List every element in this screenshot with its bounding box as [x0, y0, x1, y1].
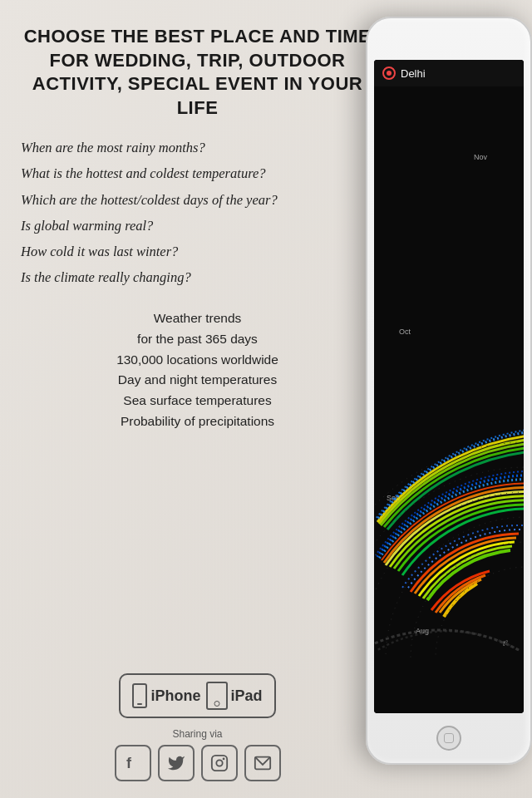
badge-section: iPhone iPad Sharing via f — [21, 673, 374, 781]
question-5: How cold it was last winter? — [21, 242, 374, 261]
city-indicator-icon — [382, 66, 396, 80]
radial-chart: Nov Oct Sep Aug — [374, 93, 524, 713]
iphone-label: iPhone — [150, 687, 200, 705]
screen-header: Delhi — [374, 60, 524, 86]
social-icons-row: f — [115, 745, 281, 781]
feature-2: for the past 365 days — [21, 329, 374, 350]
ipad-device-icon — [206, 682, 228, 710]
ipad-label: iPad — [231, 687, 263, 705]
features-section: Weather trends for the past 365 days 130… — [21, 308, 374, 432]
city-name: Delhi — [401, 67, 426, 80]
ipad-badge: iPad — [206, 682, 263, 710]
question-1: When are the most rainy months? — [21, 138, 374, 157]
svg-point-3 — [222, 758, 224, 761]
sharing-section: Sharing via f — [115, 728, 281, 781]
main-container: CHOOSE THE BEST PLACE AND TIME FOR WEDDI… — [0, 0, 532, 798]
svg-rect-1 — [211, 756, 226, 771]
home-button[interactable] — [436, 726, 461, 751]
svg-text:t°: t° — [503, 639, 509, 648]
screen-content: Delhi Nov Oct Sep — [374, 60, 524, 713]
volume-button — [366, 101, 367, 126]
chart-rings — [374, 427, 524, 658]
left-content: CHOOSE THE BEST PLACE AND TIME FOR WEDDI… — [0, 0, 399, 798]
feature-5: Sea surface temperatures — [21, 391, 374, 411]
made-for-badge: iPhone iPad — [119, 673, 275, 718]
questions-section: When are the most rainy months? What is … — [21, 138, 374, 293]
svg-text:Nov: Nov — [474, 153, 488, 161]
twitter-icon[interactable] — [158, 745, 195, 781]
question-3: Which are the hottest/coldest days of th… — [21, 190, 374, 209]
svg-point-2 — [216, 760, 222, 766]
headline: CHOOSE THE BEST PLACE AND TIME FOR WEDDI… — [21, 25, 374, 120]
iphone-device-icon — [132, 683, 147, 708]
feature-1: Weather trends — [21, 308, 374, 329]
svg-text:Oct: Oct — [399, 328, 411, 336]
feature-4: Day and night temperatures — [21, 370, 374, 391]
feature-3: 130,000 locations worldwide — [21, 350, 374, 371]
question-2: What is the hottest and coldest temperat… — [21, 164, 374, 183]
iphone-device-right: Delhi Nov Oct Sep — [366, 17, 532, 781]
question-4: Is global warming real? — [21, 216, 374, 235]
feature-6: Probability of precipitations — [21, 411, 374, 432]
home-button-inner — [444, 733, 454, 743]
facebook-icon[interactable]: f — [115, 745, 151, 781]
email-icon[interactable] — [244, 745, 281, 781]
sharing-label: Sharing via — [115, 728, 281, 740]
question-6: Is the climate really changing? — [21, 268, 374, 287]
iphone-screen: Delhi Nov Oct Sep — [374, 60, 524, 713]
iphone-badge: iPhone — [132, 683, 200, 708]
chart-svg: Nov Oct Sep Aug — [374, 93, 524, 658]
instagram-icon[interactable] — [201, 745, 238, 781]
iphone-body: Delhi Nov Oct Sep — [366, 17, 532, 765]
svg-text:f: f — [126, 755, 132, 771]
